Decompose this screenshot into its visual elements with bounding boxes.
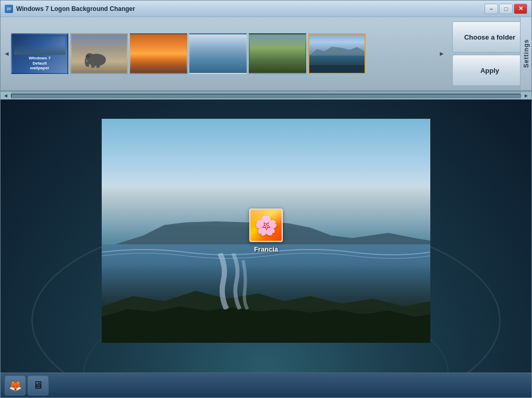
svg-point-5 xyxy=(86,55,90,58)
svg-rect-4 xyxy=(96,63,100,68)
thumbnails-strip: ◄ Windows 7 Default wallpaper xyxy=(1,17,448,90)
thumb-elephant[interactable] xyxy=(70,33,128,74)
title-bar: W Windows 7 Logon Background Changer – □… xyxy=(1,1,531,17)
thumb-default-label: Windows 7 Default wallpaper xyxy=(29,56,51,71)
default-wallpaper-text: Windows 7 Default wallpaper xyxy=(29,56,51,71)
rocks-area xyxy=(102,265,430,343)
scroll-left-arrow[interactable]: ◄ xyxy=(3,21,11,86)
minimize-button[interactable]: – xyxy=(485,4,498,14)
maximize-button[interactable]: □ xyxy=(499,4,513,14)
thumb-default[interactable]: Windows 7 Default wallpaper xyxy=(11,33,68,74)
taskbar: 🦊 🖥 xyxy=(1,372,531,397)
svg-marker-6 xyxy=(309,46,365,56)
settings-tab-label: Settings xyxy=(523,39,530,68)
scroll-track-right[interactable]: ► xyxy=(521,92,531,100)
main-content: 🌸 Francia xyxy=(1,100,531,372)
thumb-green[interactable] xyxy=(249,33,306,74)
taskbar-firefox-button[interactable]: 🦊 xyxy=(5,376,26,395)
preview-background: 🌸 Francia xyxy=(102,119,430,343)
thumbnails-container: Windows 7 Default wallpaper xyxy=(11,33,438,74)
apply-button[interactable]: Apply xyxy=(452,55,527,86)
svg-marker-8 xyxy=(164,221,310,228)
app-icon: W xyxy=(5,5,13,13)
scroll-track-left[interactable]: ◄ xyxy=(1,92,11,100)
window-controls: – □ ✕ xyxy=(485,4,527,14)
scroll-track[interactable] xyxy=(11,94,521,98)
app-window: W Windows 7 Logon Background Changer – □… xyxy=(0,0,532,398)
thumb-cape[interactable] xyxy=(308,33,366,74)
thumb-sea[interactable] xyxy=(189,33,247,74)
scroll-right-arrow[interactable]: ► xyxy=(438,21,446,86)
computer-icon: 🖥 xyxy=(33,379,43,391)
firefox-icon: 🦊 xyxy=(9,379,22,392)
user-icon-container: 🌸 Francia xyxy=(249,209,283,253)
window-title: Windows 7 Logon Background Changer xyxy=(16,5,485,13)
toolbar-area: ◄ Windows 7 Default wallpaper xyxy=(1,17,531,91)
thumb-sunset[interactable] xyxy=(130,33,187,74)
taskbar-computer-button[interactable]: 🖥 xyxy=(28,376,49,395)
close-button[interactable]: ✕ xyxy=(514,4,527,14)
right-panel: Choose a folder Apply xyxy=(448,17,531,90)
svg-marker-10 xyxy=(102,306,430,343)
user-avatar: 🌸 xyxy=(249,209,283,242)
user-name-label: Francia xyxy=(254,245,278,253)
svg-rect-3 xyxy=(91,63,94,68)
thumbnail-scrollbar: ◄ ► xyxy=(1,91,531,100)
settings-tab[interactable]: Settings xyxy=(520,17,531,90)
choose-folder-button[interactable]: Choose a folder xyxy=(452,21,527,53)
preview-screen: 🌸 Francia xyxy=(102,119,430,343)
